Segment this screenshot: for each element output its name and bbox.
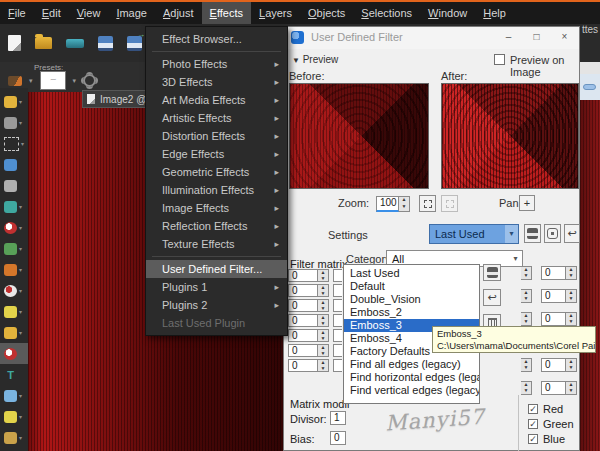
preset-option[interactable]: Find all edges (legacy): [344, 358, 479, 371]
bias-input[interactable]: 0: [330, 431, 346, 445]
effects-menu-item-plugins-2[interactable]: Plugins 2▸: [146, 296, 287, 314]
spinner-buttons[interactable]: ▲▼: [521, 381, 532, 395]
menu-view[interactable]: View: [69, 2, 109, 24]
spinner-buttons[interactable]: ▲▼: [521, 312, 532, 326]
settings-combobox[interactable]: Last Used ▾: [429, 224, 519, 244]
menu-file[interactable]: File: [0, 2, 34, 24]
effects-menu-item-user-defined-filter[interactable]: User Defined Filter...: [146, 260, 287, 278]
menu-objects[interactable]: Objects: [300, 2, 353, 24]
menu-effects[interactable]: Effects: [202, 2, 251, 24]
spinner-buttons[interactable]: ▲▼: [318, 329, 329, 342]
matrix-cell-input[interactable]: 0: [541, 266, 566, 280]
new-file-icon[interactable]: [8, 35, 21, 51]
checkbox-blue[interactable]: ✓: [528, 434, 538, 444]
effects-menu-item-illumination-effects[interactable]: Illumination Effects▸: [146, 181, 287, 199]
spinner-buttons[interactable]: ▲▼: [318, 299, 329, 312]
menu-edit[interactable]: Edit: [34, 2, 69, 24]
matrix-cell-input-partial[interactable]: [333, 329, 342, 342]
matrix-cell-input[interactable]: 0: [541, 381, 566, 395]
randomize-button[interactable]: [544, 224, 561, 243]
preset-option[interactable]: Default: [344, 280, 479, 293]
channel-blue[interactable]: ✓Blue: [528, 431, 574, 446]
preview-on-image-checkbox[interactable]: [494, 54, 505, 65]
tool-straighten[interactable]: ▾: [0, 196, 28, 217]
tool-text[interactable]: T: [0, 364, 28, 385]
matrix-cell-input-partial[interactable]: [333, 284, 342, 297]
tool-warp-brush[interactable]: ▾: [0, 406, 28, 427]
menu-window[interactable]: Window: [420, 2, 475, 24]
preset-option[interactable]: Last Used: [344, 267, 479, 280]
spinner-buttons[interactable]: ▲▼: [566, 381, 577, 395]
channel-green[interactable]: ✓Green: [528, 416, 574, 431]
matrix-cell-input[interactable]: 0: [288, 269, 318, 282]
tool-move[interactable]: ▾: [0, 112, 28, 133]
tool-pan[interactable]: ▾: [0, 91, 28, 112]
menu-adjust[interactable]: Adjust: [155, 2, 202, 24]
spinner-buttons[interactable]: ▲▼: [566, 358, 577, 372]
spinner-buttons[interactable]: ▲▼: [566, 266, 577, 280]
fit-preview-button[interactable]: [419, 195, 436, 212]
pan-button[interactable]: +: [519, 195, 535, 211]
menu-help[interactable]: Help: [475, 2, 514, 24]
tool-makeover[interactable]: ▾: [0, 238, 28, 259]
save-preset-button[interactable]: [524, 224, 541, 243]
tool-red-eye[interactable]: ▾: [0, 217, 28, 238]
swatch-dropdown-icon[interactable]: ▾: [73, 77, 77, 85]
effects-menu-item-reflection-effects[interactable]: Reflection Effects▸: [146, 217, 287, 235]
tool-dropper[interactable]: [0, 154, 28, 175]
spinner-buttons[interactable]: ▲▼: [521, 266, 532, 280]
zoom-input[interactable]: 100: [376, 196, 399, 212]
brush-preset-dropdown-icon[interactable]: ▾: [29, 77, 33, 85]
preset-option[interactable]: Double_Vision: [344, 293, 479, 306]
matrix-cell-input-partial[interactable]: [333, 344, 342, 357]
effects-menu-item-effect-browser[interactable]: Effect Browser...: [146, 30, 287, 48]
matrix-cell-input-partial[interactable]: [333, 359, 342, 372]
tool-crop[interactable]: [0, 175, 28, 196]
save-icon[interactable]: [98, 36, 113, 51]
matrix-cell-input[interactable]: 0: [288, 359, 318, 372]
preset-option[interactable]: Find vertical edges (legacy): [344, 384, 479, 397]
maximize-icon[interactable]: □: [528, 29, 545, 46]
twain-import-icon[interactable]: [66, 39, 84, 48]
side-panel-scroll-thumb[interactable]: [583, 84, 596, 90]
checkbox-red[interactable]: ✓: [528, 404, 538, 414]
tool-oil-brush[interactable]: ▾: [0, 427, 28, 448]
preset-option[interactable]: Find horizontal edges (legacy): [344, 371, 479, 384]
brush-preset-icon[interactable]: [8, 76, 22, 86]
spinner-buttons[interactable]: ▲▼: [521, 289, 532, 303]
preview-collapse[interactable]: ▼ Preview: [292, 54, 338, 65]
spinner-buttons[interactable]: ▲▼: [566, 312, 577, 326]
tool-paint-brush[interactable]: ▾: [0, 259, 28, 280]
matrix-cell-input[interactable]: 0: [541, 289, 566, 303]
tool-lighten-darken[interactable]: ▾: [0, 322, 28, 343]
menu-selections[interactable]: Selections: [353, 2, 420, 24]
spinner-buttons[interactable]: ▲▼: [318, 344, 329, 357]
effects-menu-item-distortion-effects[interactable]: Distortion Effects▸: [146, 127, 287, 145]
save-as-icon[interactable]: [127, 36, 142, 51]
tool-selection[interactable]: ▾: [0, 133, 28, 154]
tool-airbrush[interactable]: [0, 343, 28, 364]
spinner-buttons[interactable]: ▲▼: [318, 284, 329, 297]
matrix-cell-input-partial[interactable]: [333, 269, 342, 282]
open-icon[interactable]: [35, 37, 52, 49]
menu-layers[interactable]: Layers: [251, 2, 300, 24]
checkbox-green[interactable]: ✓: [528, 419, 538, 429]
spinner-buttons[interactable]: ▲▼: [521, 358, 532, 372]
preset-option[interactable]: Emboss_2: [344, 306, 479, 319]
effects-menu-item-artistic-effects[interactable]: Artistic Effects▸: [146, 109, 287, 127]
matrix-cell-input-partial[interactable]: [333, 314, 342, 327]
matrix-cell-input[interactable]: 0: [288, 329, 318, 342]
effects-menu-item-edge-effects[interactable]: Edge Effects▸: [146, 145, 287, 163]
close-icon[interactable]: ×: [556, 29, 573, 46]
matrix-cell-input-partial[interactable]: [333, 299, 342, 312]
dialog-titlebar[interactable]: User Defined Filter – □ ×: [284, 27, 579, 49]
effects-menu-item-3d-effects[interactable]: 3D Effects▸: [146, 73, 287, 91]
gear-icon[interactable]: [83, 74, 96, 87]
preset-swatch-thumbnail[interactable]: ~: [40, 71, 66, 90]
menu-image[interactable]: Image: [108, 2, 155, 24]
matrix-cell-input[interactable]: 0: [288, 344, 318, 357]
reset-to-default-button[interactable]: ↩: [564, 224, 580, 243]
matrix-cell-input[interactable]: 0: [541, 312, 566, 326]
spinner-buttons[interactable]: ▲▼: [566, 289, 577, 303]
matrix-cell-input[interactable]: 0: [288, 299, 318, 312]
